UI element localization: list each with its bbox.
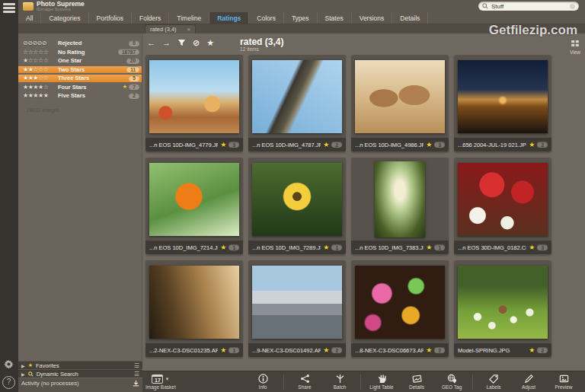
divider xyxy=(360,374,361,390)
version-badge[interactable]: 2 xyxy=(434,347,445,353)
tab-types[interactable]: Types xyxy=(284,12,318,24)
forward-arrow-icon[interactable]: → xyxy=(162,39,171,46)
rating-star-icon: ★ xyxy=(426,244,432,251)
version-badge[interactable]: 2 xyxy=(331,142,342,148)
tab-folders[interactable]: Folders xyxy=(132,12,169,24)
geo-tag-button[interactable]: GEO Tag xyxy=(435,374,468,390)
photo-card[interactable]: ...n EOS 10D-IMG_4986.JPG★3 xyxy=(351,55,449,152)
photo-thumbnail[interactable] xyxy=(252,266,342,339)
photo-card[interactable]: ...n EOS 10D_IMG_7214.JPG★1 xyxy=(145,158,243,255)
photo-thumbnail[interactable] xyxy=(252,163,342,236)
count-badge: 0 xyxy=(129,40,139,46)
search-input[interactable] xyxy=(491,3,560,10)
photo-thumbnail[interactable] xyxy=(149,163,239,236)
rating-row-three-stars[interactable]: ★★★☆☆ Three Stars 5 xyxy=(18,75,142,82)
light-table-button[interactable]: Light Table xyxy=(365,374,398,390)
search-clear-icon[interactable] xyxy=(570,4,575,9)
tab-states[interactable]: States xyxy=(318,12,352,24)
info-button[interactable]: Info xyxy=(246,374,280,390)
photo-card[interactable]: ...n EOS 10D_IMG_7289.JPG★1 xyxy=(248,158,346,255)
share-button[interactable]: Share xyxy=(288,374,321,390)
photo-thumbnail[interactable] xyxy=(355,60,445,133)
photo-card[interactable]: ...n EOS 30D-IMG_0182.CR2★3 xyxy=(454,158,551,255)
photo-thumbnail[interactable] xyxy=(458,266,548,339)
photo-card[interactable]: ...8-NEX-C3-DSC06673.ARW★2 xyxy=(351,260,449,358)
photo-card[interactable]: ...656 2004-JUL-19 021.JPG★2 xyxy=(454,55,551,152)
version-badge[interactable]: 3 xyxy=(434,142,445,148)
clear-filter-icon[interactable]: ⊘ xyxy=(193,39,200,46)
version-badge[interactable]: 1 xyxy=(229,347,239,353)
panel-menu-icon[interactable]: ☰ xyxy=(134,371,139,378)
version-badge[interactable]: 2 xyxy=(537,142,548,148)
favorites-panel[interactable]: ▶ ★ Favorites ☰ xyxy=(18,361,142,369)
photo-thumbnail[interactable] xyxy=(355,266,445,339)
activity-panel: Activity (no processes) xyxy=(18,378,142,392)
preview-button[interactable]: Preview xyxy=(547,374,580,390)
version-badge[interactable]: 1 xyxy=(331,244,342,250)
photo-card[interactable]: ...2-NEX-C3-DSC01235.ARW★1 xyxy=(145,260,243,358)
photo-thumbnail[interactable] xyxy=(149,266,239,339)
photo-thumbnail[interactable] xyxy=(149,60,239,133)
view-control[interactable]: View xyxy=(570,36,580,55)
tab-categories[interactable]: Categories xyxy=(41,12,88,24)
chevron-down-icon[interactable]: ▼ xyxy=(165,377,169,381)
action-buttons: Info Share Batch Light Table Details GEO… xyxy=(246,374,585,390)
rating-star-icon[interactable]: ★ xyxy=(206,39,214,46)
rating-row-four-stars[interactable]: ★★★★☆ Four Stars ★ 7 xyxy=(18,84,142,91)
rating-star-icon: ★ xyxy=(426,141,432,148)
image-basket-button[interactable]: 17 ▼ Image Basket xyxy=(145,374,176,390)
count-badge: 7 xyxy=(129,84,139,90)
expand-arrow-icon[interactable]: ▶ xyxy=(21,371,25,377)
activity-tray-icon[interactable] xyxy=(133,380,139,387)
tab-versions[interactable]: Versions xyxy=(352,12,393,24)
tab-portfolios[interactable]: Portfolios xyxy=(89,12,132,24)
close-icon[interactable]: × xyxy=(187,26,191,33)
rating-row-no-rating[interactable]: ☆☆☆☆☆ No Rating 18787 xyxy=(18,49,142,56)
star-icons: ★★★★☆ xyxy=(23,84,58,91)
photo-thumbnail[interactable] xyxy=(375,161,425,237)
version-badge[interactable]: 2 xyxy=(537,347,548,353)
photo-card[interactable]: Model-SPRING.JPG★2 xyxy=(454,260,551,358)
filter-funnel-icon[interactable] xyxy=(177,39,186,46)
version-badge[interactable]: 3 xyxy=(229,142,239,148)
search-box[interactable] xyxy=(478,2,579,11)
batch-button[interactable]: Batch xyxy=(323,374,356,390)
details-button[interactable]: Details xyxy=(400,374,433,390)
rating-row-one-star[interactable]: ★☆☆☆☆ One Star 20 xyxy=(18,57,142,65)
rating-row-two-stars[interactable]: ★★☆☆☆ Two Stars 11 xyxy=(18,66,142,74)
dynamic-search-panel[interactable]: ▶ Dynamic Search ☰ xyxy=(18,369,142,378)
thumbnail-content-area: ← → ⊘ ★ rated (3,4) 12 items View ...n E… xyxy=(142,33,585,371)
photo-thumbnail[interactable] xyxy=(252,60,342,133)
rating-row-five-stars[interactable]: ★★★★★ Five Stars 2 xyxy=(18,92,142,100)
tab-details[interactable]: Details xyxy=(392,12,428,24)
photo-thumbnail[interactable] xyxy=(458,163,548,236)
labels-button[interactable]: Labels xyxy=(477,374,510,390)
photo-thumbnail[interactable] xyxy=(458,60,548,133)
tab-colors[interactable]: Colors xyxy=(249,12,284,24)
tab-timeline[interactable]: Timeline xyxy=(169,12,209,24)
tab-all[interactable]: All xyxy=(18,12,41,24)
photo-card[interactable]: ...n EOS 10D-IMG_4787.JPG★2 xyxy=(248,55,346,152)
adjust-icon xyxy=(524,374,534,384)
panel-menu-icon[interactable]: ☰ xyxy=(134,362,139,369)
adjust-button[interactable]: Adjust xyxy=(512,374,545,390)
version-badge[interactable]: 1 xyxy=(434,244,445,250)
version-badge[interactable]: 2 xyxy=(331,347,342,353)
back-arrow-icon[interactable]: ← xyxy=(147,39,155,46)
settings-gear-icon[interactable] xyxy=(2,359,15,372)
version-badge[interactable]: 1 xyxy=(229,244,239,250)
photo-card[interactable]: ...9-NEX-C3-DSC01492.ARW★2 xyxy=(248,260,346,358)
count-badge: 11 xyxy=(126,66,139,72)
help-icon[interactable]: ? xyxy=(2,376,15,389)
divider xyxy=(472,374,473,390)
bottom-left-panels: ▶ ★ Favorites ☰ ▶ Dynamic Search ☰ Activ… xyxy=(18,361,142,392)
expand-arrow-icon[interactable]: ▶ xyxy=(21,363,25,368)
star-icons: ★★★★★ xyxy=(23,92,58,99)
photo-card[interactable]: ...n EOS 10D_IMG_7383.JPG★1 xyxy=(351,158,449,255)
hamburger-menu-icon[interactable] xyxy=(3,3,15,14)
collection-tab-rated[interactable]: rated (3,4) × xyxy=(145,24,196,33)
photo-card[interactable]: ...n EOS 10D-IMG_4779.JPG★3 xyxy=(145,55,243,152)
tab-ratings[interactable]: Ratings xyxy=(209,12,249,24)
version-badge[interactable]: 3 xyxy=(537,244,548,250)
rating-row-rejected[interactable]: ⊘⊘⊘⊘⊘ Rejected 0 xyxy=(18,40,142,47)
